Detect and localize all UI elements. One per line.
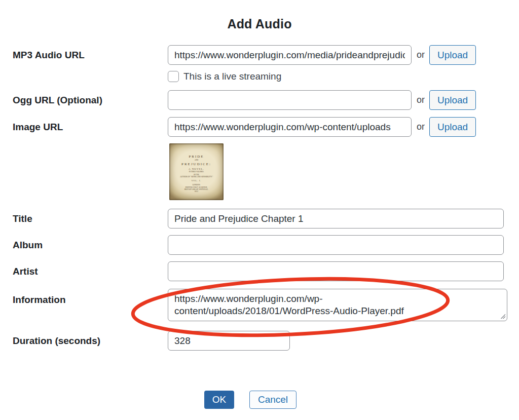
image-upload-button[interactable]: Upload [429,117,476,137]
thumbnail-text-line: 1813. [195,191,199,193]
mp3-url-input[interactable] [168,45,412,65]
or-text: or [417,95,425,105]
or-text: or [417,122,425,132]
image-url-row: Image URL or Upload [13,117,476,137]
album-label: Album [13,240,168,251]
information-textarea-wrap: https://www.wonderplugin.com/wp- content… [168,289,507,321]
thumbnail-text-line: A NOVEL. [189,168,204,170]
or-text: or [417,50,425,60]
image-url-label: Image URL [13,122,168,133]
thumbnail-text-line: LONDON: [193,184,201,186]
thumbnail-text-line: AND [195,160,199,162]
title-row: Title [13,209,504,228]
thumbnail-text-line: VOL. I. [192,180,202,182]
artist-label: Artist [13,266,168,277]
artist-row: Artist [13,261,504,281]
duration-row: Duration (seconds) [13,331,290,351]
information-textarea[interactable]: https://www.wonderplugin.com/wp- content… [168,289,507,321]
resize-handle-icon[interactable] [500,313,505,319]
thumbnail-text-line: PRIDE [189,155,204,159]
title-label: Title [13,213,168,224]
title-input[interactable] [168,209,504,228]
ok-button[interactable]: OK [204,391,234,409]
live-streaming-checkbox[interactable] [168,71,179,82]
dialog-actions: OK Cancel [204,391,296,409]
mp3-url-row: MP3 Audio URL or Upload [13,45,476,65]
artist-input[interactable] [168,261,504,281]
add-audio-dialog: Add Audio MP3 Audio URL or Upload This i… [0,0,519,420]
thumbnail-text-line: PREJUDICE: [181,163,211,166]
image-url-input[interactable] [168,117,412,137]
ogg-url-input[interactable] [168,90,412,110]
album-input[interactable] [168,235,504,255]
ogg-url-row: Ogg URL (Optional) or Upload [13,90,476,110]
ogg-upload-button[interactable]: Upload [429,90,476,110]
cancel-button[interactable]: Cancel [249,391,296,409]
live-streaming-row: This is a live streaming [168,71,281,82]
duration-input[interactable] [168,331,290,351]
dialog-title: Add Audio [0,17,519,31]
thumbnail-text-line: AUTHOR OF "SENSE AND SENSIBILITY." [180,176,213,178]
duration-label: Duration (seconds) [13,335,168,347]
audio-cover-thumbnail: PRIDE AND PREJUDICE: A NOVEL. IN THREE V… [169,143,224,200]
live-streaming-label: This is a live streaming [183,71,281,82]
mp3-upload-button[interactable]: Upload [429,45,476,65]
information-row: Information https://www.wonderplugin.com… [13,289,507,321]
information-label: Information [13,289,168,306]
ogg-url-label: Ogg URL (Optional) [13,95,168,106]
mp3-url-label: MP3 Audio URL [13,50,168,61]
album-row: Album [13,235,504,255]
thumbnail-text-line: IN THREE VOLUMES. [189,171,204,173]
